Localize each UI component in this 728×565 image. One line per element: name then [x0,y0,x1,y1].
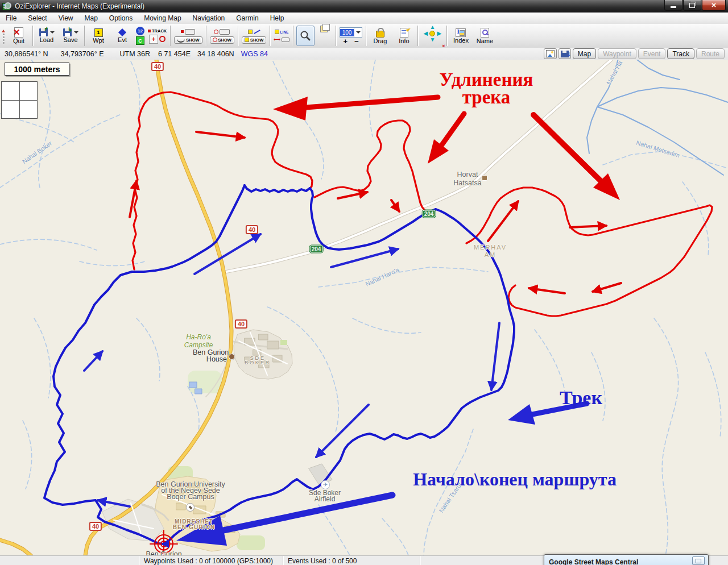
northing-readout: 34 18 406N [197,50,234,58]
pages-button[interactable] [320,24,329,32]
label-sde-boker: SDEBOKER [245,356,271,364]
name-search-button[interactable]: Name [473,24,497,48]
quit-icon: ✕ [14,27,23,38]
show-names-button[interactable]: SHOW [242,36,266,44]
google-maps-control-window[interactable]: Google Street Maps Central [544,554,709,565]
waypoint-button[interactable]: 1 Wpt [86,24,110,48]
minimize-button[interactable] [664,0,682,11]
drag-button[interactable]: Drag [368,24,392,48]
pan-right-icon[interactable]: ▶ [437,31,442,36]
save-icon: ↳ [63,28,72,36]
show-track-group: SHOW [172,24,204,48]
overview-grid [1,81,38,119]
track-point-icon [159,36,166,42]
zoom-out-button[interactable]: − [354,39,359,44]
line-tool-button[interactable]: LINE [280,30,289,34]
line-tools: LINE ⟷ [272,24,291,48]
menu-map[interactable]: Map [79,13,104,24]
title-bar: OziExplorer - Internet Maps (Experimenta… [0,0,728,13]
label-ben-gurion-house: Ben GurionHouse [193,349,227,363]
width-tool-button[interactable]: ⟷ [274,38,280,42]
label-haroa-campsite: Ha-Ro'aCampsite [184,333,213,349]
magnifier-icon [300,30,311,41]
zoom-dropdown-icon[interactable] [354,28,362,37]
longitude-readout: 34,793706° E [61,50,104,58]
count-badge[interactable]: 12 [136,27,144,35]
label-airfield: Sde BokerAirfield [309,490,341,502]
image-icon [546,50,555,57]
show-waypoint-group: SHOW [208,24,236,48]
menu-help[interactable]: Help [264,13,290,24]
restore-button[interactable] [683,0,701,11]
menu-options[interactable]: Options [104,13,138,24]
save-dropdown-icon[interactable] [74,31,78,34]
event-button[interactable]: Evt [110,24,134,48]
zoom-value: 100 [340,29,354,36]
load-button[interactable]: ↱ Load [35,24,59,48]
event-icon [118,28,126,36]
close-button[interactable]: ✕ [702,0,726,11]
easting-readout: 6 71 454E [158,50,191,58]
annotation-track: Трек [560,387,602,409]
magnifier-button[interactable] [296,26,315,46]
annotation-start-end: Начало\конец маршрута [413,469,617,490]
menu-view[interactable]: View [53,13,79,24]
toolbar-grip [0,24,7,48]
info-button[interactable]: Info [392,24,416,48]
map-mode-button[interactable]: Map [573,48,596,59]
label-merhav-am: MERHAVAM [474,244,507,259]
quit-button[interactable]: ✕ Quit [7,24,31,48]
waypoint-mode-button: Waypoint [598,48,636,59]
show-track-button[interactable]: SHOW [174,36,202,44]
track-flag: TRACK [148,28,167,34]
toolbar: ✕ Quit ↱ Load ↳ Save 1 Wpt Evt 12 C TRAC… [0,24,728,48]
pan-dpad[interactable]: ▲ ◀▶ ▼ × [422,24,442,48]
show-names-group: SHOW [240,24,268,48]
road-badge-204: 204 [423,210,436,218]
road-badge-204: 204 [310,246,323,253]
road-badge-40: 40 [235,319,247,329]
window-title: OziExplorer - Internet Maps (Experimenta… [15,2,144,10]
info-icon [400,28,408,38]
save-button[interactable]: ↳ Save [59,24,82,48]
menu-moving-map[interactable]: Moving Map [138,13,187,24]
index-button[interactable]: Index [449,24,473,48]
label-horvat-hatsatsa: HorvatHatsatsa [453,171,481,188]
menu-garmin[interactable]: Garmin [230,13,264,24]
zoom-group: 100 + − [338,24,365,48]
pan-left-icon[interactable]: ◀ [424,31,428,36]
show-waypoint-button[interactable]: SHOW [210,36,234,44]
app-icon [2,2,11,10]
road-badge-40: 40 [246,225,258,234]
pan-center-icon[interactable] [429,31,435,36]
house-marker-icon [229,354,235,360]
menu-select[interactable]: Select [22,13,52,24]
track-mode-button[interactable]: Track [667,48,694,59]
zoom-in-button[interactable]: + [344,39,348,44]
pan-down-icon[interactable]: ▼ [429,37,435,43]
annotation-track-extension: Удлинениятрека [424,71,549,106]
red-track-path [133,92,712,316]
track-add-button[interactable]: + [149,35,158,44]
status-events: Events Used : 0 of 500 [283,556,420,565]
menu-bar: File Select View Map Options Moving Map … [0,13,728,24]
lock-icon [376,31,384,38]
menu-navigation[interactable]: Navigation [187,13,231,24]
save-position-button[interactable] [559,48,571,59]
name-search-icon [481,28,489,38]
map-canvas[interactable]: 1000 meters Nahal Boker Nahal Haro'a Nah… [0,60,728,555]
google-window-button[interactable] [692,556,705,565]
zoom-select[interactable]: 100 [340,27,363,38]
load-dropdown-icon[interactable] [50,31,55,34]
comment-toggle[interactable]: C [136,36,144,45]
google-window-title: Google Street Maps Central [544,558,638,565]
event-mode-button: Event [638,48,666,59]
latitude-readout: 30,886541° N [5,50,48,58]
close-icon: ✕ [711,2,716,9]
screenshot-button[interactable] [544,48,557,59]
menu-file[interactable]: File [0,13,22,24]
pan-up-icon[interactable]: ▲ [429,24,435,30]
school-icon [186,503,195,512]
road-badge-40: 40 [151,62,164,71]
status-waypoints: Waypoints Used : 0 of 100000 (GPS:1000) [139,556,283,565]
